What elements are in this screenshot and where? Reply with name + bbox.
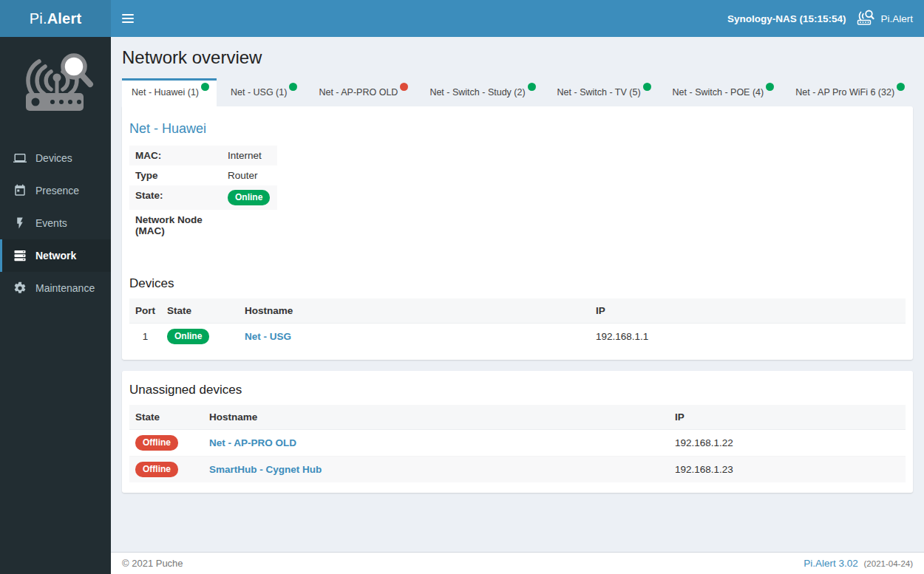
copyright-text: © 2021 Puche <box>122 558 183 569</box>
tab-net-switch-study[interactable]: Net - Switch - Study (2) <box>420 78 543 106</box>
status-dot-icon <box>897 83 905 91</box>
ip-cell: 192.168.1.22 <box>669 430 906 457</box>
main-area: Network overview Net - Huawei (1) Net - … <box>111 37 924 574</box>
tab-net-usg[interactable]: Net - USG (1) <box>221 78 305 106</box>
router-scan-icon <box>856 10 875 28</box>
status-dot-icon <box>643 83 651 91</box>
detail-row-type: Type Router <box>129 165 277 185</box>
network-tabs: Net - Huawei (1) Net - USG (1) Net - AP-… <box>122 78 913 106</box>
detail-row-state: State: Online <box>129 185 277 210</box>
port-cell: 1 <box>129 324 161 350</box>
app-logo[interactable]: Pi.Alert <box>0 0 111 37</box>
app-logo-text: Pi.Alert <box>30 10 82 27</box>
devices-heading: Devices <box>129 276 906 291</box>
status-dot-icon <box>400 83 408 91</box>
type-value: Router <box>222 165 277 185</box>
calendar-icon <box>13 184 27 197</box>
node-detail-box: Net - Huawei MAC: Internet Type Router S… <box>122 106 913 360</box>
hostname-link[interactable]: Net - USG <box>245 331 291 342</box>
top-bar: Pi.Alert Synology-NAS (15:15:54) <box>0 0 924 37</box>
unassigned-devices-box: Unassigned devices State Hostname IP Off… <box>122 371 913 493</box>
status-badge: Offline <box>135 435 178 451</box>
sidebar-item-presence[interactable]: Presence <box>0 174 111 207</box>
status-dot-icon <box>766 83 774 91</box>
sidebar-item-events[interactable]: Events <box>0 207 111 239</box>
hamburger-icon <box>122 14 134 16</box>
detail-row-mac: MAC: Internet <box>129 146 277 165</box>
sidebar-item-label: Presence <box>35 185 79 197</box>
hostname-link[interactable]: SmartHub - Cygnet Hub <box>209 464 322 475</box>
unassigned-heading: Unassigned devices <box>129 383 906 397</box>
status-badge: Online <box>228 190 270 205</box>
detail-row-network-node: Network Node (MAC) <box>129 210 277 241</box>
laptop-icon <box>13 151 27 165</box>
sidebar-item-label: Maintenance <box>35 282 95 294</box>
status-dot-icon <box>528 83 536 91</box>
tab-net-switch-tv[interactable]: Net - Switch - TV (5) <box>548 78 659 106</box>
navbar-brand-label: Pi.Alert <box>880 13 913 24</box>
sidebar-item-maintenance[interactable]: Maintenance <box>0 272 111 304</box>
navbar-right: Synology-NAS (15:15:54) Pi.A <box>727 10 924 28</box>
status-dot-icon <box>201 83 209 91</box>
network-node-value <box>222 210 277 241</box>
tab-net-ap-pro-old[interactable]: Net - AP-PRO OLD <box>309 78 415 106</box>
sidebar-toggle-button[interactable] <box>111 0 144 37</box>
sidebar: Devices Presence Events <box>0 37 111 574</box>
sidebar-menu: Devices Presence Events <box>0 142 111 304</box>
status-badge: Online <box>167 329 209 344</box>
ip-cell: 192.168.1.1 <box>590 324 906 350</box>
mac-value: Internet <box>222 146 277 165</box>
sidebar-item-label: Network <box>35 250 76 262</box>
tab-net-ap-pro-wifi6[interactable]: Net - AP Pro WiFi 6 (32) <box>786 78 912 106</box>
devices-table-header: Port State Hostname IP <box>129 298 906 324</box>
navbar-brand[interactable]: Pi.Alert <box>856 10 913 28</box>
content: Network overview Net - Huawei (1) Net - … <box>111 37 924 552</box>
gear-icon <box>13 281 27 295</box>
page-title: Network overview <box>122 47 913 68</box>
version-info: Pi.Alert 3.02 (2021-04-24) <box>804 558 913 569</box>
table-row: Offline SmartHub - Cygnet Hub 192.168.1.… <box>129 457 906 483</box>
table-row: Offline Net - AP-PRO OLD 192.168.1.22 <box>129 430 906 457</box>
version-date: (2021-04-24) <box>864 559 913 568</box>
version-text: Pi.Alert 3.02 <box>804 558 858 569</box>
devices-table: Port State Hostname IP 1 Online Net - US… <box>129 298 906 349</box>
pialert-logo-image <box>0 37 111 129</box>
tab-net-switch-poe[interactable]: Net - Switch - POE (4) <box>663 78 782 106</box>
sidebar-item-label: Devices <box>35 152 72 164</box>
sidebar-item-label: Events <box>35 217 67 229</box>
unassigned-table-header: State Hostname IP <box>129 405 906 430</box>
server-icon <box>13 249 27 262</box>
navbar: Synology-NAS (15:15:54) Pi.A <box>111 0 924 37</box>
ip-cell: 192.168.1.23 <box>669 457 906 483</box>
table-row: 1 Online Net - USG 192.168.1.1 <box>129 324 906 350</box>
status-dot-icon <box>289 83 297 91</box>
sidebar-item-devices[interactable]: Devices <box>0 142 111 174</box>
bolt-icon <box>13 216 27 230</box>
page-footer: © 2021 Puche Pi.Alert 3.02 (2021-04-24) <box>111 552 924 574</box>
node-title: Net - Huawei <box>129 121 906 137</box>
host-status-text: Synology-NAS (15:15:54) <box>727 13 846 24</box>
node-detail-table: MAC: Internet Type Router State: Online <box>129 146 277 241</box>
unassigned-table: State Hostname IP Offline Net - AP-PRO O… <box>129 405 906 482</box>
tab-net-huawei[interactable]: Net - Huawei (1) <box>122 78 217 106</box>
hostname-link[interactable]: Net - AP-PRO OLD <box>209 437 296 448</box>
sidebar-item-network[interactable]: Network <box>0 239 111 272</box>
status-badge: Offline <box>135 462 178 477</box>
